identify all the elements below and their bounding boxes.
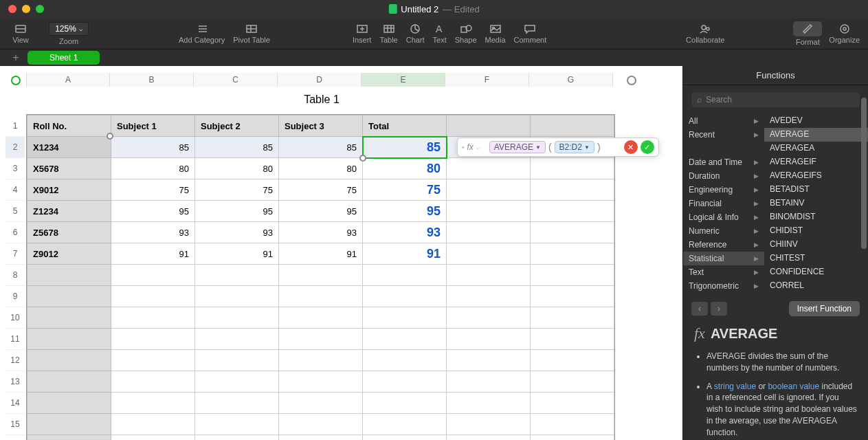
cell[interactable] [279,265,363,286]
row-header[interactable]: 4 [5,179,25,201]
cell[interactable] [363,286,447,307]
cell[interactable] [447,179,531,201]
row-header[interactable]: 15 [5,414,25,435]
function-item[interactable]: CORREL [764,279,868,293]
function-item[interactable]: AVERAGE [764,128,868,142]
cell[interactable] [363,307,447,329]
row-header[interactable]: 5 [5,201,25,222]
function-item[interactable]: CONFIDENCE [764,265,868,279]
cell[interactable] [447,393,531,414]
cell[interactable] [447,201,531,222]
header-cell[interactable]: Roll No. [27,116,111,137]
cell[interactable] [195,350,279,371]
function-item[interactable]: CHITEST [764,252,868,265]
minimize-window[interactable] [22,5,30,13]
cell[interactable] [111,350,195,371]
row-header[interactable]: 1 [5,116,25,137]
category-item[interactable]: Duration▶ [683,169,764,183]
table-title[interactable]: Table 1 [26,94,617,106]
function-item[interactable]: BETAINV [764,197,868,210]
cell[interactable] [195,307,279,329]
cell[interactable]: Z5678 [27,222,111,243]
cell[interactable] [531,329,614,350]
cell[interactable] [111,435,195,441]
cell[interactable] [531,307,614,329]
cell[interactable] [531,265,614,286]
sheet-tab[interactable]: Sheet 1 [27,51,100,65]
add-sheet-button[interactable]: + [5,52,26,64]
cell[interactable] [111,393,195,414]
cell[interactable] [111,329,195,350]
function-search[interactable]: ⌕ Search [691,92,860,107]
row-header[interactable]: 11 [5,329,25,350]
header-cell[interactable] [447,116,531,137]
cell[interactable] [195,393,279,414]
zoom-window[interactable] [36,5,44,13]
cell[interactable] [531,222,614,243]
cell[interactable] [363,350,447,371]
row-header[interactable]: 7 [5,243,25,265]
row-header[interactable]: 14 [5,393,25,414]
row-header[interactable]: 3 [5,158,25,179]
cell[interactable] [195,265,279,286]
row-header[interactable]: 8 [5,265,25,286]
category-item[interactable]: Reference▶ [683,238,764,252]
cell[interactable] [111,307,195,329]
cell[interactable] [279,350,363,371]
cell[interactable]: 85 [279,137,363,158]
cell[interactable] [531,201,614,222]
insert-function-button[interactable]: Insert Function [789,301,860,316]
cell[interactable] [447,222,531,243]
insert-button[interactable]: Insert [353,18,372,50]
cell[interactable] [531,243,614,265]
link-boolean-value[interactable]: boolean value [768,382,819,391]
cell[interactable] [531,350,614,371]
cell[interactable] [363,435,447,441]
cell[interactable]: 85 [195,137,279,158]
cell[interactable]: 80 [363,158,447,179]
cell[interactable]: 95 [111,201,195,222]
cell[interactable] [27,265,111,286]
cell[interactable] [363,371,447,393]
category-item[interactable]: Logical & Info▶ [683,210,764,224]
cell[interactable] [363,329,447,350]
table-button[interactable]: Table [379,18,397,50]
cell[interactable]: 91 [195,243,279,265]
add-category-button[interactable]: Add Category [179,18,225,50]
column-header[interactable]: F [445,73,529,87]
organize-button[interactable]: Organize [829,18,860,50]
column-header[interactable]: C [194,73,278,87]
cell[interactable]: 93 [363,222,447,243]
shape-button[interactable]: Shape [455,18,477,50]
cell[interactable] [447,329,531,350]
cell[interactable] [27,393,111,414]
cell[interactable]: 95 [195,201,279,222]
cell[interactable] [111,265,195,286]
cell[interactable] [447,286,531,307]
category-item[interactable]: Date and Time▶ [683,155,764,169]
cell[interactable] [531,158,614,179]
cell[interactable] [27,329,111,350]
table-handle-right[interactable] [627,76,636,85]
cell[interactable]: 80 [195,158,279,179]
cell[interactable] [447,414,531,435]
cell[interactable]: 85 [111,137,195,158]
nav-forward[interactable]: › [711,302,727,316]
cell[interactable] [447,265,531,286]
cell[interactable] [447,307,531,329]
row-header[interactable]: 6 [5,222,25,243]
cell[interactable] [195,414,279,435]
cell[interactable] [279,435,363,441]
row-header[interactable]: 9 [5,286,25,307]
category-item[interactable]: Statistical▶ [683,252,764,265]
cell[interactable] [531,179,614,201]
function-item[interactable]: AVERAGEIF [764,155,868,169]
cell[interactable] [195,286,279,307]
cell[interactable] [531,286,614,307]
cell[interactable] [447,435,531,441]
cell[interactable] [111,414,195,435]
function-item[interactable]: CHIINV [764,238,868,252]
row-header[interactable]: 12 [5,350,25,371]
cell[interactable] [531,435,614,441]
cell[interactable] [447,350,531,371]
